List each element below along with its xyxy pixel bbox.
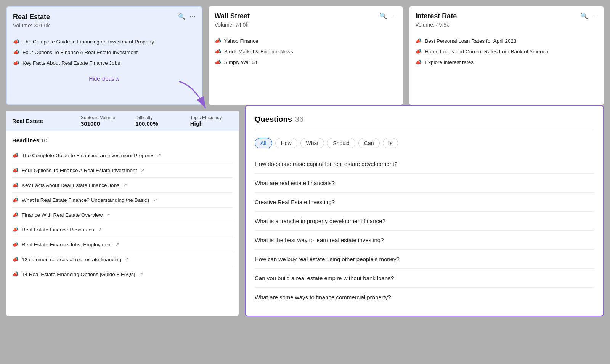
filter-tab-what[interactable]: What xyxy=(300,138,324,148)
filter-tab-should[interactable]: Should xyxy=(327,138,355,148)
subtopic-volume-value: 301000 xyxy=(81,120,123,127)
megaphone-icon: 📣 xyxy=(12,212,19,218)
megaphone-icon: 📣 xyxy=(215,59,221,65)
questions-header: Questions 36 xyxy=(255,115,594,130)
subtopic-volume-cell: Subtopic Volume 301000 xyxy=(75,111,129,131)
headlines-section: Headlines 10 📣 The Complete Guide to Fin… xyxy=(6,131,239,287)
list-item[interactable]: 📣 Key Facts About Real Estate Finance Jo… xyxy=(13,57,196,68)
card-actions: 🔍 ⋯ xyxy=(580,12,598,19)
difficulty-value: 100.00% xyxy=(135,120,178,127)
panel-topic-title: Real Estate xyxy=(6,111,75,131)
questions-count: 36 xyxy=(295,115,303,124)
megaphone-icon: 📣 xyxy=(13,38,19,45)
filter-tab-how[interactable]: How xyxy=(275,138,297,148)
external-link-icon[interactable]: ↗ xyxy=(141,168,144,173)
filter-tabs: All How What Should Can Is xyxy=(255,138,594,148)
headline-item[interactable]: 📣 Key Facts About Real Estate Finance Jo… xyxy=(12,178,233,193)
list-item[interactable]: 📣 Stock Market & Finance News xyxy=(215,46,397,57)
card-volume: Volume: 49.5k xyxy=(415,22,598,28)
left-panel: Real Estate Subtopic Volume 301000 Diffi… xyxy=(6,111,239,316)
megaphone-icon: 📣 xyxy=(12,256,19,262)
list-item[interactable]: 📣 Explore interest rates xyxy=(415,57,598,67)
headline-item[interactable]: 📣 12 common sources of real estate finan… xyxy=(12,252,233,267)
headline-item[interactable]: 📣 The Complete Guide to Financing an Inv… xyxy=(12,148,233,163)
megaphone-icon: 📣 xyxy=(415,38,422,44)
question-item[interactable]: What is the best way to learn real estat… xyxy=(255,231,594,250)
list-item[interactable]: 📣 The Complete Guide to Financing an Inv… xyxy=(13,36,196,47)
filter-tab-can[interactable]: Can xyxy=(358,138,380,148)
hide-ideas-button[interactable]: Hide ideas ∧ xyxy=(13,76,196,82)
difficulty-label: Difficulty xyxy=(135,115,178,120)
search-icon[interactable]: 🔍 xyxy=(379,12,387,19)
topic-efficiency-label: Topic Efficiency xyxy=(190,115,233,120)
question-item[interactable]: How can we buy real estate using other p… xyxy=(255,250,594,269)
megaphone-icon: 📣 xyxy=(13,49,19,55)
card-real-estate: Real Estate 🔍 ⋯ Volume: 301.0k 📣 The Com… xyxy=(6,6,202,105)
headline-item[interactable]: 📣 Four Options To Finance A Real Estate … xyxy=(12,163,233,178)
card-wall-street: Wall Street 🔍 ⋯ Volume: 74.0k 📣 Yahoo Fi… xyxy=(209,6,403,105)
more-icon[interactable]: ⋯ xyxy=(391,12,397,19)
more-icon[interactable]: ⋯ xyxy=(189,13,196,20)
subtopic-volume-label: Subtopic Volume xyxy=(81,115,123,120)
external-link-icon[interactable]: ↗ xyxy=(139,271,143,277)
card-actions: 🔍 ⋯ xyxy=(379,12,397,19)
questions-panel: Questions 36 All How What Should Can Is … xyxy=(245,105,604,316)
megaphone-icon: 📣 xyxy=(215,48,221,54)
headline-item[interactable]: 📣 Finance With Real Estate Overview ↗ xyxy=(12,208,233,222)
headline-item[interactable]: 📣 What is Real Estate Finance? Understan… xyxy=(12,193,233,208)
list-item[interactable]: 📣 Four Options To Finance A Real Estate … xyxy=(13,47,196,57)
megaphone-icon: 📣 xyxy=(12,152,19,158)
megaphone-icon: 📣 xyxy=(12,241,19,247)
external-link-icon[interactable]: ↗ xyxy=(116,242,119,247)
headline-item[interactable]: 📣 14 Real Estate Financing Options [Guid… xyxy=(12,267,233,281)
list-item[interactable]: 📣 Yahoo Finance xyxy=(215,35,397,46)
questions-title: Questions xyxy=(255,115,292,124)
headlines-count: 10 xyxy=(41,137,47,144)
card-title: Real Estate xyxy=(13,13,50,21)
external-link-icon[interactable]: ↗ xyxy=(123,182,127,188)
main-area: Real Estate Subtopic Volume 301000 Diffi… xyxy=(0,111,610,316)
filter-tab-is[interactable]: Is xyxy=(383,138,398,148)
question-item[interactable]: What are some ways to finance commercial… xyxy=(255,288,594,307)
card-items-list: 📣 The Complete Guide to Financing an Inv… xyxy=(13,36,196,68)
more-icon[interactable]: ⋯ xyxy=(592,12,598,19)
card-header: Real Estate 🔍 ⋯ xyxy=(13,13,196,21)
question-item[interactable]: Creative Real Estate Investing? xyxy=(255,193,594,212)
question-item[interactable]: What is a tranche in property developmen… xyxy=(255,212,594,231)
headline-item[interactable]: 📣 Real Estate Finance Resources ↗ xyxy=(12,222,233,237)
topic-efficiency-value: High xyxy=(190,120,233,127)
card-header: Interest Rate 🔍 ⋯ xyxy=(415,12,598,20)
external-link-icon[interactable]: ↗ xyxy=(106,212,110,217)
external-link-icon[interactable]: ↗ xyxy=(153,197,157,203)
card-items-list: 📣 Best Personal Loan Rates for April 202… xyxy=(415,35,598,67)
question-item[interactable]: How does one raise capital for real esta… xyxy=(255,155,594,174)
megaphone-icon: 📣 xyxy=(12,227,19,233)
megaphone-icon: 📣 xyxy=(12,271,19,277)
headlines-title: Headlines 10 xyxy=(12,137,233,144)
list-item[interactable]: 📣 Home Loans and Current Rates from Bank… xyxy=(415,46,598,57)
card-volume: Volume: 301.0k xyxy=(13,22,196,29)
external-link-icon[interactable]: ↗ xyxy=(125,257,129,262)
search-icon[interactable]: 🔍 xyxy=(178,13,186,20)
card-header: Wall Street 🔍 ⋯ xyxy=(215,12,397,20)
megaphone-icon: 📣 xyxy=(12,167,19,173)
list-item[interactable]: 📣 Best Personal Loan Rates for April 202… xyxy=(415,35,598,46)
megaphone-icon: 📣 xyxy=(415,48,422,54)
list-item[interactable]: 📣 Simply Wall St xyxy=(215,57,397,67)
external-link-icon[interactable]: ↗ xyxy=(98,227,102,232)
megaphone-icon: 📣 xyxy=(215,38,221,44)
question-item[interactable]: What are real estate financials? xyxy=(255,174,594,193)
search-icon[interactable]: 🔍 xyxy=(580,12,588,19)
external-link-icon[interactable]: ↗ xyxy=(157,153,161,158)
filter-tab-all[interactable]: All xyxy=(255,138,272,148)
megaphone-icon: 📣 xyxy=(12,182,19,188)
card-title: Wall Street xyxy=(215,12,250,20)
question-item[interactable]: Can you build a real estate empire witho… xyxy=(255,269,594,288)
card-actions: 🔍 ⋯ xyxy=(178,13,196,20)
megaphone-icon: 📣 xyxy=(415,59,422,65)
headline-item[interactable]: 📣 Real Estate Finance Jobs, Employment ↗ xyxy=(12,237,233,252)
top-cards-row: Real Estate 🔍 ⋯ Volume: 301.0k 📣 The Com… xyxy=(0,0,610,105)
card-volume: Volume: 74.0k xyxy=(215,22,397,28)
card-title: Interest Rate xyxy=(415,12,457,20)
megaphone-icon: 📣 xyxy=(12,197,19,203)
